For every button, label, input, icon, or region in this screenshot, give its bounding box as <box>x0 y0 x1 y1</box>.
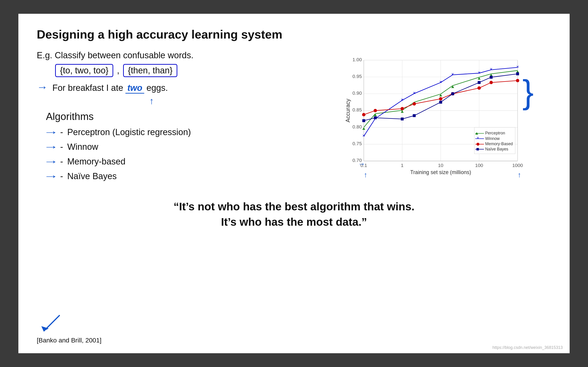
slide: Designing a high accuracy learning syste… <box>18 14 570 353</box>
blank-word: two <box>125 83 144 94</box>
svg-text:0.80: 0.80 <box>353 124 362 129</box>
svg-text:0.90: 0.90 <box>353 90 362 96</box>
svg-rect-64 <box>516 73 519 75</box>
svg-text:Perceptron: Perceptron <box>485 131 505 135</box>
accuracy-chart: 0.70 0.75 0.80 0.85 0.90 0.95 1.00 0.1 1… <box>345 50 551 185</box>
svg-text:×: × <box>401 97 404 102</box>
svg-text:×: × <box>490 66 493 72</box>
svg-text:Memory-Based: Memory-Based <box>485 142 513 146</box>
svg-text:↑: ↑ <box>364 171 367 179</box>
reference: [Banko and Brill, 2001] <box>37 313 102 344</box>
algo-arrow-2: → <box>43 141 59 152</box>
algo-item-perceptron: → - Perceptron (Logistic regression) <box>46 126 331 138</box>
algo-label-3: Memory-based <box>67 157 125 167</box>
svg-rect-58 <box>401 117 404 120</box>
svg-point-50 <box>413 102 416 106</box>
watermark: https://blog.csdn.net/weixin_36815313 <box>493 345 563 350</box>
algorithms-label: Algorithms <box>46 111 331 122</box>
svg-text:1000: 1000 <box>512 163 523 168</box>
quote-line-1: “It’s not who has the best algorithm tha… <box>37 199 551 214</box>
confusable-words: {to, two, too} , {then, than} <box>55 64 177 77</box>
algo-label-2: Winnow <box>67 142 98 152</box>
svg-text:×: × <box>439 79 442 84</box>
svg-text:×: × <box>363 133 365 138</box>
svg-rect-56 <box>362 119 365 122</box>
breakfast-suffix: eggs. <box>147 83 168 93</box>
right-panel: 0.70 0.75 0.80 0.85 0.90 0.95 1.00 0.1 1… <box>345 50 551 185</box>
svg-point-55 <box>516 79 519 82</box>
algo-item-memory: → - Memory-based <box>46 156 331 167</box>
slide-title: Designing a high accuracy learning syste… <box>37 27 551 41</box>
reference-text: [Banko and Brill, 2001] <box>37 337 102 344</box>
svg-point-51 <box>439 97 442 101</box>
word-group-1: {to, two, too} <box>55 64 113 77</box>
content-area: E.g. Classify between confusable words. … <box>37 50 551 185</box>
svg-text:×: × <box>516 64 519 69</box>
svg-text:}: } <box>522 73 534 110</box>
svg-text:Naïve Bayes: Naïve Bayes <box>485 147 508 151</box>
algo-arrow-4: → <box>43 170 59 182</box>
svg-text:×: × <box>451 71 454 77</box>
svg-text:×: × <box>478 70 481 75</box>
quote-line-2: It’s who has the most data.” <box>37 214 551 230</box>
svg-text:→: → <box>358 160 365 168</box>
breakfast-line: → For breakfast I ate two eggs. <box>37 81 331 94</box>
svg-text:Accuracy: Accuracy <box>345 99 351 123</box>
svg-text:×: × <box>477 135 479 140</box>
algo-item-naive: → - Naïve Bayes <box>46 170 331 182</box>
algo-label-1: Perceptron (Logistic regression) <box>67 127 191 137</box>
svg-point-47 <box>362 113 365 117</box>
reference-arrow <box>37 313 64 336</box>
algo-item-winnow: → - Winnow <box>46 141 331 152</box>
svg-text:100: 100 <box>475 163 483 168</box>
svg-text:0.95: 0.95 <box>353 74 362 79</box>
svg-rect-63 <box>490 76 493 79</box>
svg-text:10: 10 <box>438 163 443 168</box>
svg-point-53 <box>477 86 481 90</box>
svg-rect-62 <box>478 81 481 84</box>
svg-text:1: 1 <box>401 163 404 168</box>
svg-text:×: × <box>413 90 415 95</box>
breakfast-arrow: → <box>37 81 48 93</box>
svg-rect-61 <box>451 92 454 95</box>
quote-section: “It’s not who has the best algorithm tha… <box>37 199 551 230</box>
svg-text:0.85: 0.85 <box>353 107 362 112</box>
svg-text:0.75: 0.75 <box>353 141 362 146</box>
svg-text:Winnow: Winnow <box>485 136 500 141</box>
svg-text:Training set size (millions): Training set size (millions) <box>410 169 471 175</box>
svg-text:1.00: 1.00 <box>353 57 362 62</box>
example-intro: E.g. Classify between confusable words. <box>37 50 331 60</box>
svg-rect-59 <box>413 114 416 117</box>
breakfast-prefix: For breakfast I ate <box>52 83 123 93</box>
left-panel: E.g. Classify between confusable words. … <box>37 50 331 185</box>
algo-arrow-3: → <box>43 156 59 167</box>
svg-rect-60 <box>439 101 442 104</box>
svg-point-48 <box>374 109 377 112</box>
svg-point-54 <box>489 81 493 84</box>
algo-arrow-1: → <box>43 126 59 138</box>
svg-rect-57 <box>374 116 377 119</box>
svg-text:↑: ↑ <box>518 171 521 179</box>
word-group-2: {then, than} <box>123 64 177 77</box>
algo-label-4: Naïve Bayes <box>67 171 117 181</box>
svg-point-49 <box>401 107 404 110</box>
